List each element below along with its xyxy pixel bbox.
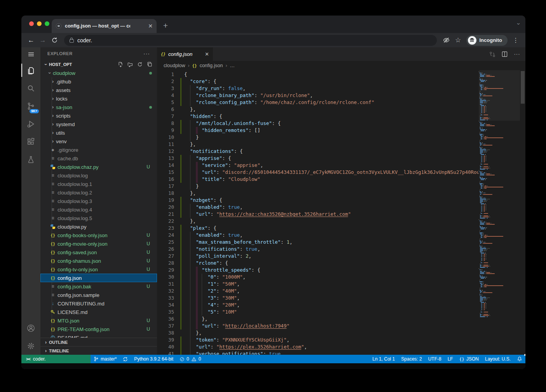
- chevron-right-icon[interactable]: ›: [50, 87, 56, 93]
- tree-item-MTG.json[interactable]: {}MTG.jsonU: [40, 316, 157, 325]
- link-string[interactable]: https://plex.3526harriet.com: [219, 344, 301, 350]
- browser-tab[interactable]: config.json — host_opt — code ✕: [52, 19, 157, 33]
- tree-item-PRE-TEAM-config.json[interactable]: {}PRE-TEAM-config.jsonU: [40, 325, 157, 333]
- tree-item-locks[interactable]: ›locks: [40, 94, 157, 103]
- code-line-9[interactable]: 9"hidden_remotes": []: [157, 127, 479, 134]
- code-line-35[interactable]: 35"5": "10M": [157, 309, 479, 316]
- code-line-8[interactable]: 8"/mnt/local/.unionfs-fuse": {: [157, 120, 479, 127]
- code-line-17[interactable]: 17}: [157, 183, 479, 190]
- line-number[interactable]: 39: [157, 336, 174, 343]
- editor-scrollbar[interactable]: [520, 70, 525, 355]
- code-line-3[interactable]: 3"dry_run": false,: [157, 85, 479, 92]
- language-mode-item[interactable]: {} JSON: [456, 355, 482, 363]
- line-number[interactable]: 8: [157, 120, 174, 127]
- close-window-button[interactable]: [29, 21, 34, 26]
- remote-indicator[interactable]: >< coder.: [21, 355, 91, 363]
- tree-item-CONTRIBUTING.md[interactable]: ↓CONTRIBUTING.md: [40, 299, 157, 308]
- code-line-15[interactable]: 15"url": "discord://650104445434331137/_…: [157, 169, 479, 176]
- line-number[interactable]: 40: [157, 343, 174, 350]
- line-number[interactable]: 19: [157, 197, 174, 204]
- close-icon[interactable]: ✕: [205, 51, 209, 57]
- line-number[interactable]: 12: [157, 148, 174, 155]
- line-number[interactable]: 16: [157, 176, 174, 183]
- menu-hamburger-icon[interactable]: [21, 47, 40, 61]
- line-number[interactable]: 10: [157, 134, 174, 141]
- line-number[interactable]: 15: [157, 169, 174, 176]
- tree-item-cloudplow[interactable]: ›cloudplow: [40, 69, 157, 77]
- workspace-section-header[interactable]: › HOST_OPT: [40, 60, 157, 69]
- chevron-right-icon[interactable]: ›: [50, 79, 56, 84]
- search-activity-icon[interactable]: [21, 79, 40, 97]
- link-string[interactable]: http://localhost:7949: [225, 323, 286, 329]
- settings-gear-icon[interactable]: [21, 337, 40, 355]
- tree-item-scripts[interactable]: ›scripts: [40, 111, 157, 120]
- line-number[interactable]: 29: [157, 267, 174, 274]
- tree-item-README.md[interactable]: README.md: [40, 333, 157, 338]
- line-number[interactable]: 1: [157, 71, 174, 78]
- code-line-26[interactable]: 26"notifications": true,: [157, 246, 479, 253]
- code-line-41[interactable]: 41"verbose_notifications": true: [157, 350, 479, 355]
- tree-item-config-movie-only.json[interactable]: {}config-movie-only.jsonU: [40, 239, 157, 248]
- line-number[interactable]: 20: [157, 204, 174, 211]
- timeline-section[interactable]: › TIMELINE: [40, 346, 157, 355]
- code-line-25[interactable]: 25"max_streams_before_throttle": 1,: [157, 239, 479, 246]
- chevron-right-icon[interactable]: ›: [50, 104, 56, 110]
- tree-item-cloudplow.log.1[interactable]: ≡cloudplow.log.1: [40, 180, 157, 188]
- maximize-window-button[interactable]: [45, 21, 49, 26]
- code-line-1[interactable]: 1{: [157, 71, 479, 78]
- code-line-5[interactable]: 5"rclone_config_path": "/home/chaz/.conf…: [157, 99, 479, 106]
- tree-item-cloudplow.log.4[interactable]: ≡cloudplow.log.4: [40, 205, 157, 214]
- split-editor-icon[interactable]: [502, 51, 508, 57]
- bookmark-star-icon[interactable]: ☆: [452, 35, 464, 46]
- reload-button[interactable]: [49, 35, 60, 46]
- line-number[interactable]: 37: [157, 323, 174, 330]
- cursor-position-item[interactable]: Ln 1, Col 1: [369, 355, 398, 363]
- line-number[interactable]: 30: [157, 274, 174, 281]
- new-tab-button[interactable]: +: [160, 20, 171, 31]
- layout-item[interactable]: Layout: U.S.: [482, 355, 514, 363]
- tree-item-config.json.bak[interactable]: ≡config.json.bakU: [40, 282, 157, 291]
- code-line-23[interactable]: 23"plex": {: [157, 225, 479, 232]
- minimap[interactable]: [479, 70, 520, 355]
- code-line-40[interactable]: 40"url": "https://plex.3526harriet.com",: [157, 343, 479, 350]
- run-debug-activity-icon[interactable]: [21, 115, 40, 133]
- code-line-10[interactable]: 10}: [157, 134, 479, 141]
- minimize-window-button[interactable]: [37, 21, 42, 26]
- tree-item-cloudplow.log[interactable]: ≡cloudplow.log: [40, 171, 157, 180]
- line-number[interactable]: 17: [157, 183, 174, 190]
- line-number[interactable]: 4: [157, 92, 174, 99]
- code-line-29[interactable]: 29"throttle_speeds": {: [157, 267, 479, 274]
- line-number[interactable]: 5: [157, 99, 174, 106]
- line-number[interactable]: 32: [157, 288, 174, 295]
- code-line-2[interactable]: 2"core": {: [157, 78, 479, 85]
- tree-item-.gitignore[interactable]: ◆.gitignore: [40, 146, 157, 154]
- source-control-activity-icon[interactable]: 9K+: [21, 97, 40, 115]
- chevron-right-icon[interactable]: ›: [50, 130, 56, 135]
- testing-activity-icon[interactable]: [21, 151, 40, 168]
- editor-tab-config-json[interactable]: {} config.json ✕: [157, 47, 213, 61]
- outline-section[interactable]: › OUTLINE: [40, 338, 157, 346]
- tree-item-systemd[interactable]: ›systemd: [40, 120, 157, 128]
- code-line-36[interactable]: 36},: [157, 316, 479, 323]
- code-line-22[interactable]: 22},: [157, 218, 479, 225]
- line-number[interactable]: 21: [157, 211, 174, 218]
- tree-item-config-books-only.json[interactable]: {}config-books-only.jsonU: [40, 231, 157, 239]
- tree-item-cloudplow.chaz.py[interactable]: cloudplow.chaz.pyU: [40, 163, 157, 171]
- link-string[interactable]: https://chaz:chaz3526@nzbget.3526harriet…: [219, 211, 348, 217]
- line-number[interactable]: 38: [157, 330, 174, 336]
- code-line-38[interactable]: 38},: [157, 330, 479, 336]
- extensions-activity-icon[interactable]: [21, 133, 40, 151]
- new-file-icon[interactable]: [118, 62, 123, 67]
- code-line-24[interactable]: 24"enabled": true,: [157, 232, 479, 239]
- code-line-4[interactable]: 4"rclone_binary_path": "/usr/bin/rclone"…: [157, 92, 479, 99]
- code-line-19[interactable]: 19"nzbget": {: [157, 197, 479, 204]
- line-number[interactable]: 6: [157, 106, 174, 113]
- tree-item-cloudplow.log.2[interactable]: ≡cloudplow.log.2: [40, 188, 157, 197]
- code-line-33[interactable]: 33"3": "30M",: [157, 295, 479, 302]
- line-number[interactable]: 22: [157, 218, 174, 225]
- tree-item-cloudplow.py[interactable]: cloudplow.py: [40, 222, 157, 231]
- tree-item-.github[interactable]: ›.github: [40, 77, 157, 86]
- line-number[interactable]: 2: [157, 78, 174, 85]
- line-number[interactable]: 11: [157, 141, 174, 148]
- lock-icon[interactable]: [70, 38, 74, 43]
